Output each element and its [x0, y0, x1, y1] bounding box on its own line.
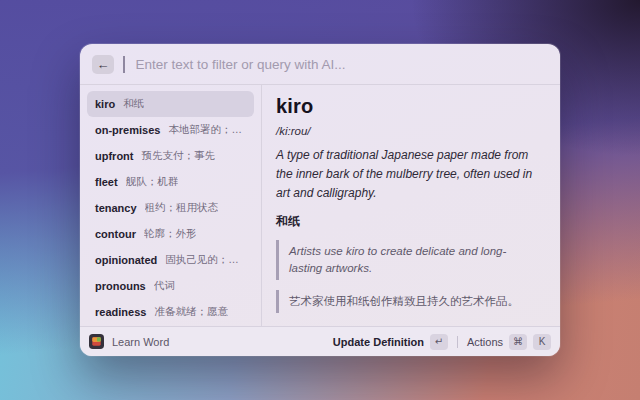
- word-label: kiro: [95, 98, 115, 110]
- back-button[interactable]: ←: [92, 55, 114, 74]
- update-definition-button[interactable]: Update Definition ↵: [333, 334, 448, 350]
- search-input[interactable]: [134, 56, 549, 73]
- word-translation: 和纸: [123, 97, 144, 111]
- translation-heading: 和纸: [276, 213, 544, 230]
- back-arrow-icon: ←: [97, 58, 110, 71]
- pronunciation: /ki:rou/: [276, 125, 544, 137]
- learn-word-app-icon: [89, 334, 104, 349]
- word-list: kiro 和纸 on-premises 本地部署的；在场所内的 upfront …: [80, 85, 262, 326]
- list-item-tenancy[interactable]: tenancy 租约；租用状态: [87, 195, 254, 221]
- actions-button[interactable]: Actions ⌘ K: [467, 334, 551, 350]
- word-label: upfront: [95, 150, 133, 162]
- list-item-opinionated[interactable]: opinionated 固执己见的；有主见的: [87, 247, 254, 273]
- example-chinese: 艺术家使用和纸创作精致且持久的艺术作品。: [276, 290, 544, 313]
- list-item-readiness[interactable]: readiness 准备就绪；愿意: [87, 299, 254, 325]
- word-translation: 轮廓；外形: [144, 227, 197, 241]
- word-label: opinionated: [95, 254, 157, 266]
- list-item-contour[interactable]: contour 轮廓；外形: [87, 221, 254, 247]
- word-translation: 预先支付；事先: [141, 149, 215, 163]
- word-translation: 本地部署的；在场所内的: [168, 123, 246, 137]
- word-label: contour: [95, 228, 136, 240]
- return-key-icon: ↵: [430, 334, 448, 350]
- app-chip[interactable]: Learn Word: [89, 334, 169, 349]
- list-item-on-premises[interactable]: on-premises 本地部署的；在场所内的: [87, 117, 254, 143]
- content-area: kiro 和纸 on-premises 本地部署的；在场所内的 upfront …: [80, 85, 560, 326]
- app-name: Learn Word: [112, 336, 169, 348]
- word-label: readiness: [95, 306, 146, 318]
- list-item-fleet[interactable]: fleet 舰队；机群: [87, 169, 254, 195]
- k-key-icon: K: [533, 334, 551, 350]
- word-translation: 租约；租用状态: [145, 201, 219, 215]
- learn-word-window: ← kiro 和纸 on-premises 本地部署的；在场所内的 upfron…: [80, 44, 560, 356]
- word-label: tenancy: [95, 202, 137, 214]
- footer-divider: [457, 336, 458, 348]
- example-english: Artists use kiro to create delicate and …: [276, 240, 544, 281]
- word-label: pronouns: [95, 280, 146, 292]
- actions-label: Actions: [467, 336, 503, 348]
- command-key-icon: ⌘: [509, 334, 527, 350]
- update-definition-label: Update Definition: [333, 336, 424, 348]
- list-item-kiro[interactable]: kiro 和纸: [87, 91, 254, 117]
- text-cursor: [123, 56, 125, 73]
- word-translation: 准备就绪；愿意: [154, 305, 228, 319]
- word-translation: 固执己见的；有主见的: [165, 253, 246, 267]
- entry-title: kiro: [276, 95, 544, 118]
- search-bar: ←: [80, 44, 560, 85]
- word-label: fleet: [95, 176, 118, 188]
- action-bar: Learn Word Update Definition ↵ Actions ⌘…: [80, 326, 560, 356]
- definition-text: A type of traditional Japanese paper mad…: [276, 146, 544, 204]
- list-item-upfront[interactable]: upfront 预先支付；事先: [87, 143, 254, 169]
- word-label: on-premises: [95, 124, 160, 136]
- list-item-pronouns[interactable]: pronouns 代词: [87, 273, 254, 299]
- word-translation: 舰队；机群: [126, 175, 179, 189]
- definition-panel: kiro /ki:rou/ A type of traditional Japa…: [262, 85, 560, 326]
- word-translation: 代词: [154, 279, 175, 293]
- desktop: { "searchbar": { "placeholder": "Enter t…: [0, 0, 640, 400]
- footer-actions: Update Definition ↵ Actions ⌘ K: [333, 334, 551, 350]
